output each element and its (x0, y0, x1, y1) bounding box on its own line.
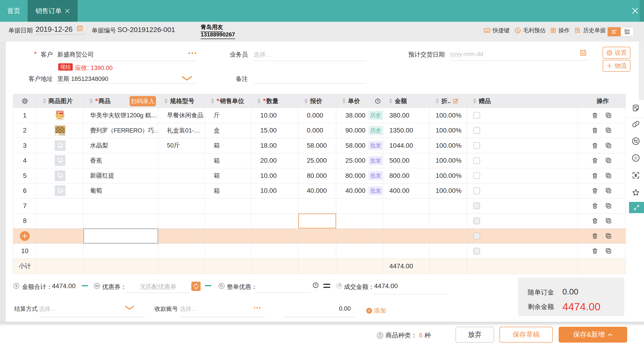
svg-text:毛: 毛 (516, 28, 519, 32)
svg-text:?: ? (314, 283, 316, 287)
svg-text:?: ? (377, 99, 379, 103)
svg-text:欠: 欠 (634, 156, 638, 160)
